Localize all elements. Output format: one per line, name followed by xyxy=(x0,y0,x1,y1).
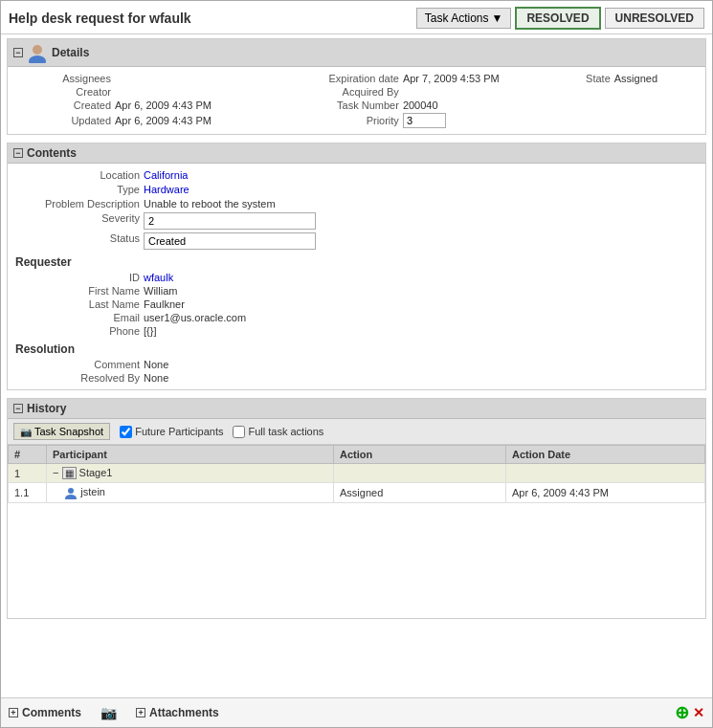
header-actions: Task Actions ▼ RESOLVED UNRESOLVED xyxy=(416,7,704,30)
row1-number: 1 xyxy=(9,464,47,483)
comments-section: + Comments xyxy=(9,706,81,719)
details-body: Assignees Expiration date Apr 7, 2009 4:… xyxy=(8,67,705,134)
expiration-value: Apr 7, 2009 4:53 PM xyxy=(403,73,540,84)
comments-expand-icon[interactable]: + xyxy=(9,708,18,717)
history-table-head: # Participant Action Action Date xyxy=(9,446,705,464)
severity-input[interactable] xyxy=(144,212,316,230)
full-task-actions-label: Full task actions xyxy=(248,426,323,437)
history-table: # Participant Action Action Date 1 − ▦ S… xyxy=(8,445,705,618)
task-snapshot-button[interactable]: 📷 Task Snapshot xyxy=(13,423,110,440)
history-table-container: # Participant Action Action Date 1 − ▦ S… xyxy=(8,445,705,618)
comments-label: Comments xyxy=(22,706,81,719)
task-actions-button[interactable]: Task Actions ▼ xyxy=(416,8,512,29)
first-name-label: First Name xyxy=(15,285,140,297)
row1-participant-name: Stage1 xyxy=(79,467,113,478)
history-section-title: History xyxy=(27,402,66,415)
task-snapshot-label: Task Snapshot xyxy=(34,426,103,437)
contents-collapse-icon[interactable]: − xyxy=(13,148,23,158)
created-label: Created xyxy=(15,99,111,111)
creator-label: Creator xyxy=(15,86,111,98)
contents-section-title: Contents xyxy=(27,146,77,160)
type-label: Type xyxy=(15,184,140,195)
page-container: Help desk request for wfaulk Task Action… xyxy=(0,0,713,728)
problem-desc-value: Unable to reboot the system xyxy=(144,198,698,210)
priority-input[interactable] xyxy=(403,113,446,128)
table-row: 1 − ▦ Stage1 xyxy=(9,464,705,483)
contents-body: Location California Type Hardware Proble… xyxy=(8,164,705,389)
type-value[interactable]: Hardware xyxy=(144,184,698,195)
details-grid: Assignees Expiration date Apr 7, 2009 4:… xyxy=(15,73,698,128)
resolution-header: Resolution xyxy=(15,342,698,356)
col-action-date-header: Action Date xyxy=(506,446,705,464)
status-input[interactable] xyxy=(144,232,316,250)
col-participant-header: Participant xyxy=(47,446,334,464)
svg-point-1 xyxy=(29,55,46,63)
resolved-by-value: None xyxy=(144,372,698,384)
location-label: Location xyxy=(15,169,140,181)
empty-row xyxy=(9,503,705,618)
assignees-label: Assignees xyxy=(15,73,111,84)
camera-icon: 📷 xyxy=(100,705,117,720)
col-action-header: Action xyxy=(334,446,506,464)
row1-1-participant-name: jstein xyxy=(80,486,105,497)
task-number-value: 200040 xyxy=(403,99,540,111)
history-section-header: − History xyxy=(8,399,705,419)
first-name-value: William xyxy=(144,285,698,297)
requester-header: Requester xyxy=(15,255,698,269)
details-collapse-icon[interactable]: − xyxy=(13,48,23,57)
row1-1-action: Assigned xyxy=(334,483,506,503)
attachments-expand-icon[interactable]: + xyxy=(136,708,145,717)
history-table-body: 1 − ▦ Stage1 1.1 xyxy=(9,464,705,618)
bottom-left: + Comments 📷 + Attachments xyxy=(9,705,219,720)
last-name-label: Last Name xyxy=(15,298,140,310)
table-row: 1.1 jstein Assigned Apr 6, 2009 4:43 PM xyxy=(9,483,705,503)
expand-icon[interactable]: − xyxy=(53,467,58,478)
attachments-label: Attachments xyxy=(149,706,219,719)
future-participants-checkbox[interactable] xyxy=(120,426,132,438)
details-section: − Details Assignees Expiration date Apr … xyxy=(7,38,706,135)
requester-grid: ID wfaulk First Name William Last Name F… xyxy=(15,272,698,337)
future-participants-checkbox-label[interactable]: Future Participants xyxy=(120,426,223,438)
row1-participant: − ▦ Stage1 xyxy=(47,464,334,483)
full-task-actions-checkbox-label[interactable]: Full task actions xyxy=(233,426,323,438)
id-label: ID xyxy=(15,272,140,283)
table-row-empty xyxy=(9,503,705,618)
row1-1-action-date: Apr 6, 2009 4:43 PM xyxy=(506,483,705,503)
email-value: user1@us.oracle.com xyxy=(144,312,698,323)
resolution-grid: Comment None Resolved By None xyxy=(15,359,698,384)
history-toolbar: 📷 Task Snapshot Future Participants Full… xyxy=(8,419,705,445)
contents-section-header: − Contents xyxy=(8,143,705,164)
contents-grid: Location California Type Hardware Proble… xyxy=(15,169,698,250)
email-label: Email xyxy=(15,312,140,323)
page-header: Help desk request for wfaulk Task Action… xyxy=(1,1,712,34)
expiration-label: Expiration date xyxy=(256,73,399,84)
updated-label: Updated xyxy=(15,115,111,126)
snapshot-icon: 📷 xyxy=(20,427,32,437)
details-section-title: Details xyxy=(52,46,89,59)
add-icon[interactable]: ⊕ xyxy=(675,702,689,723)
details-section-header: − Details xyxy=(8,39,705,67)
svg-point-0 xyxy=(33,45,42,55)
task-number-label: Task Number xyxy=(256,99,399,111)
future-participants-label: Future Participants xyxy=(135,426,223,437)
col-number-header: # xyxy=(9,446,47,464)
resolved-button[interactable]: RESOLVED xyxy=(515,7,600,30)
id-value[interactable]: wfaulk xyxy=(144,272,698,283)
attachments-section: + Attachments xyxy=(136,706,219,719)
comment-value: None xyxy=(144,359,698,370)
acquired-label: Acquired By xyxy=(256,86,399,98)
svg-point-3 xyxy=(65,495,77,499)
state-value: Assigned xyxy=(614,73,698,84)
phone-label: Phone xyxy=(15,325,140,337)
user-icon xyxy=(64,486,78,499)
status-label: Status xyxy=(15,232,140,244)
full-task-actions-checkbox[interactable] xyxy=(233,426,245,438)
stage-icon: ▦ xyxy=(62,467,77,479)
remove-icon[interactable]: ✕ xyxy=(693,705,704,720)
location-value[interactable]: California xyxy=(144,169,698,181)
history-collapse-icon[interactable]: − xyxy=(13,404,23,413)
last-name-value: Faulkner xyxy=(144,298,698,310)
created-value: Apr 6, 2009 4:43 PM xyxy=(115,99,252,111)
unresolved-button[interactable]: UNRESOLVED xyxy=(605,8,704,29)
bottom-bar: + Comments 📷 + Attachments ⊕ ✕ xyxy=(1,697,712,727)
